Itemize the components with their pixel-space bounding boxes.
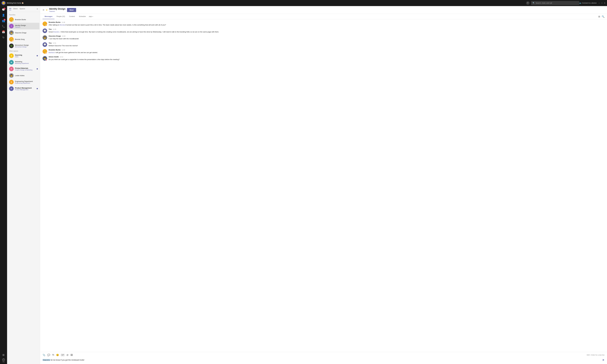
msg4-sender: You xyxy=(49,42,52,44)
compose-text[interactable]: Giacomo let me know if you got the mirob… xyxy=(43,359,602,361)
nav-icons: 💬 5 👤 👥 3 📞 📅 ↻ ⊞ ? Help xyxy=(0,6,7,364)
identity-avatar: I xyxy=(9,24,14,28)
window-title: Working from home 🏠 xyxy=(7,2,526,4)
sidebar-item-sourcing[interactable]: S Sourcing Sales xyxy=(8,52,39,59)
brenda-status xyxy=(12,40,14,41)
engineering-info: Engineering Department Engineering Depar… xyxy=(15,80,38,84)
tab-direct[interactable]: Direct xyxy=(13,8,18,10)
connect-device-button[interactable]: 📺 Connect to a device xyxy=(579,2,597,4)
attach-icon[interactable]: 📎 xyxy=(43,354,45,356)
mention-icon[interactable]: @ xyxy=(66,354,68,356)
add-tab-button[interactable]: Add + xyxy=(89,16,93,17)
sourcing-info: Sourcing Sales xyxy=(15,54,35,57)
nav-chat[interactable]: 👤 xyxy=(1,13,6,18)
search-bar[interactable]: 🔍 Search, meet, and call xyxy=(531,1,579,5)
msg1-time: 11:48 xyxy=(62,22,65,23)
marketing-name: Marketing xyxy=(15,61,38,63)
leslie-avatar: 👩 xyxy=(9,73,14,78)
giacomo-avatar: 👨 xyxy=(9,30,14,35)
message-group-5: 😊 Brandon Burke 11:58 Barbara I will get… xyxy=(43,49,605,54)
meet-button[interactable]: Meet xyxy=(67,8,76,12)
sidebar-item-identity-design[interactable]: I Identity Design Teamers xyxy=(8,23,39,29)
sidebar-item-engineering[interactable]: E Engineering Department Engineering Dep… xyxy=(8,79,39,85)
chat-subtitle[interactable]: Teamers xyxy=(49,11,65,12)
sticker-icon[interactable]: 🖼 xyxy=(71,354,73,356)
sidebar-item-giacomo[interactable]: 👨 Giacomo Drago xyxy=(8,29,39,36)
nav-refresh[interactable]: ↻ xyxy=(1,35,6,40)
expand-icon[interactable]: ⊞ xyxy=(598,15,600,18)
msg2-content: You 11:49 Great Brandon. I think that wo… xyxy=(49,28,605,33)
window-controls: ─ □ ✕ xyxy=(599,2,606,4)
filter-icon[interactable]: ≡ xyxy=(37,8,38,10)
sidebar-item-leslie[interactable]: 👩 Leslie Ackles xyxy=(8,72,39,79)
sidebar-item-product[interactable]: P Product Management Product Management xyxy=(8,85,39,92)
msg2-text: Great Brandon. I think that would give u… xyxy=(49,31,605,33)
msg2-time: 11:49 xyxy=(53,28,56,30)
msg5-text: Barbara I will get the team gathered for… xyxy=(49,51,605,54)
tab-schedule[interactable]: Schedule xyxy=(77,14,88,19)
msg6-header: Simon Smith 13:12 xyxy=(49,56,605,58)
msg3-avatar: 👨 xyxy=(43,35,47,40)
msg1-content: Brandon Burke 11:48 After talking to Bre… xyxy=(49,21,605,26)
people-badge: 3 xyxy=(3,19,6,21)
nav-help[interactable]: ? Help xyxy=(1,358,6,363)
sidebar-item-brenda[interactable]: 😊 Brenda Song xyxy=(8,36,39,42)
main-area: ⚙ ★ Identity Design Teamers Meet Message… xyxy=(40,6,607,364)
msg6-sender: Simon Smith xyxy=(49,56,59,58)
close-button[interactable]: ✕ xyxy=(604,2,606,4)
tab-spaces[interactable]: Spaces xyxy=(20,8,25,10)
msg4-header: You 11:51 xyxy=(49,42,605,44)
nav-activity[interactable]: 💬 5 xyxy=(1,7,6,12)
sidebar: All Direct Spaces ≡ Favorites 😊 Brandon … xyxy=(7,6,40,364)
nav-apps[interactable]: ⊞ xyxy=(1,352,6,357)
favorites-label: Favorites xyxy=(7,13,40,16)
emoji-icon[interactable]: 😊 xyxy=(56,354,59,356)
compose-input[interactable]: Giacomo let me know if you got the mirob… xyxy=(43,357,605,363)
minimize-button[interactable]: ─ xyxy=(599,2,600,4)
marketing-sub: Marketing Department xyxy=(15,63,38,64)
gif-icon[interactable]: GIF xyxy=(61,354,65,356)
nav-people[interactable]: 👥 3 xyxy=(1,18,6,23)
message-icon[interactable]: 💬 xyxy=(47,354,50,356)
star-icon[interactable]: ★ xyxy=(46,9,48,11)
identity-initial: I xyxy=(11,25,12,27)
tab-all[interactable]: All xyxy=(9,8,11,10)
product-name: Product Management xyxy=(15,87,35,89)
sidebar-item-marketing[interactable]: M Marketing Marketing Department xyxy=(8,59,39,65)
sidebar-tabs: All Direct Spaces ≡ xyxy=(7,6,40,12)
user-avatar[interactable]: 😊 xyxy=(1,1,6,5)
tab-content[interactable]: Content xyxy=(67,14,77,19)
sidebar-item-momentum[interactable]: 🌿 Momentum Design Momentum Design xyxy=(8,42,39,49)
brandon-info: Brandon Burke xyxy=(15,19,38,21)
maximize-button[interactable]: □ xyxy=(601,2,602,4)
sidebar-item-printed[interactable]: P Printed Materials Graphic Design & Mar… xyxy=(8,65,39,72)
settings-icon[interactable]: ⚙ xyxy=(43,9,44,11)
sourcing-avatar: S xyxy=(9,53,14,58)
search-chat-icon[interactable]: 🔍 xyxy=(602,15,605,18)
brenda-avatar: 😊 xyxy=(9,37,14,41)
msg4-content: You 11:51 Brilliant Giacomo! The more th… xyxy=(49,42,605,47)
connect-icon: 📺 xyxy=(579,2,581,4)
giacomo-info: Giacomo Drago xyxy=(15,32,38,34)
tab-people[interactable]: People (32) xyxy=(54,14,67,19)
product-info: Product Management Product Management xyxy=(15,87,35,91)
marketing-avatar: M xyxy=(9,60,14,65)
nav-calls[interactable]: 📞 xyxy=(1,24,6,29)
compose-area: 📎 💬 Tt 😊 GIF @ 🖼 Shift + Enter for a new… xyxy=(40,352,607,364)
nav-calendar[interactable]: 📅 xyxy=(1,29,6,34)
format-icon[interactable]: Tt xyxy=(52,354,54,356)
leslie-name: Leslie Ackles xyxy=(15,75,38,77)
printed-name: Printed Materials xyxy=(15,67,35,69)
msg3-text: I can help the team with the moodboards! xyxy=(49,38,605,40)
message-group-6: 👨 Simon Smith 13:12 Do you think we coul… xyxy=(43,56,605,61)
tab-messages[interactable]: Messages xyxy=(43,14,54,19)
msg3-content: Giacomo Drago 11:50 I can help the team … xyxy=(49,35,605,40)
sidebar-item-brandon[interactable]: 😊 Brandon Burke xyxy=(8,16,39,23)
identity-name: Identity Design xyxy=(15,25,38,26)
search-placeholder: Search, meet, and call xyxy=(536,2,552,4)
new-chat-button[interactable]: + xyxy=(526,1,530,5)
msg1-sender: Brandon Burke xyxy=(49,21,61,23)
msg1-header: Brandon Burke 11:48 xyxy=(49,21,605,23)
send-button[interactable]: ➤ xyxy=(602,358,605,362)
msg2-avatar: 💬 xyxy=(43,28,47,33)
